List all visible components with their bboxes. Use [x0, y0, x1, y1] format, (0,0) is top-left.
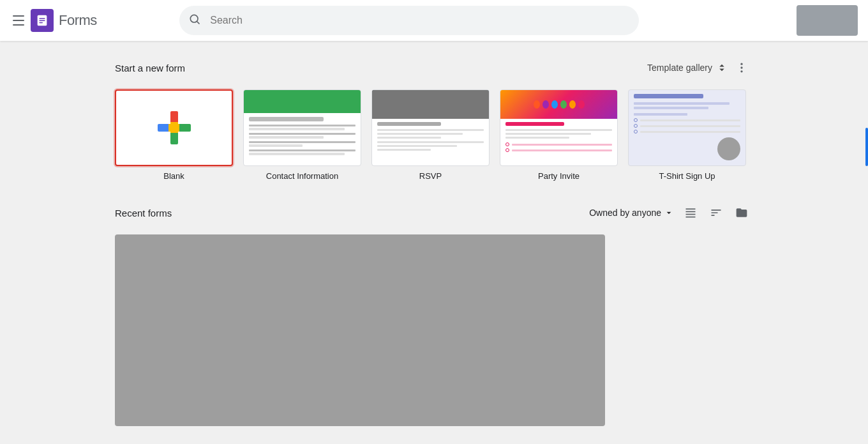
tshirt-radio-circle-2 [634, 124, 638, 128]
party-header-img [500, 90, 617, 119]
tshirt-subtitle-1 [634, 102, 730, 105]
svg-point-8 [740, 70, 742, 72]
more-vert-icon [735, 61, 748, 74]
forms-icon [35, 13, 49, 27]
recent-header: Recent forms Owned by anyone [115, 201, 753, 224]
main-content: Start a new form Template gallery [0, 41, 868, 444]
tshirt-title [634, 94, 703, 98]
svg-rect-10 [686, 211, 696, 213]
recent-section: Recent forms Owned by anyone [115, 201, 753, 426]
tshirt-avatar [717, 137, 740, 160]
contact-field-4 [249, 153, 345, 155]
template-label-rsvp: RSVP [419, 171, 442, 181]
tshirt-radio-circle-3 [634, 130, 638, 134]
svg-rect-12 [686, 217, 696, 218]
owned-by-button[interactable]: Owned by anyone [589, 208, 674, 218]
template-gallery-label: Template gallery [647, 63, 712, 73]
template-label-blank: Blank [163, 171, 184, 181]
balloon-5 [569, 100, 576, 109]
contact-field-3 [249, 144, 303, 147]
templates-section: Start a new form Template gallery [115, 56, 753, 181]
party-radio-line-2 [512, 149, 612, 151]
sort-icon [710, 206, 722, 219]
tshirt-radio-circle-1 [634, 118, 638, 122]
rsvp-body [372, 119, 489, 156]
folder-button[interactable] [730, 201, 753, 224]
scrollbar-accent [865, 128, 868, 166]
header: Forms [0, 0, 868, 41]
tshirt-subtitle-2 [634, 107, 708, 109]
contact-title-line [249, 117, 324, 121]
search-bar [179, 6, 639, 35]
tshirt-radio-line-3 [640, 131, 740, 133]
template-thumb-tshirt [628, 89, 746, 166]
header-left: Forms [10, 9, 97, 32]
hamburger-menu-icon[interactable] [10, 13, 26, 28]
template-label-tshirt: T-Shirt Sign Up [659, 171, 715, 181]
balloon-2 [542, 100, 549, 109]
template-card-blank[interactable]: Blank [115, 89, 233, 181]
section-title: Start a new form [115, 63, 185, 73]
app-name: Forms [59, 12, 97, 29]
dropdown-arrow-icon [664, 208, 674, 218]
template-thumb-blank [115, 89, 233, 166]
owned-by-label: Owned by anyone [589, 208, 661, 218]
recent-section-title: Recent forms [115, 208, 172, 218]
party-radio-circle-1 [505, 142, 509, 146]
template-card-rsvp[interactable]: RSVP [371, 89, 490, 181]
templates-grid: Blank [115, 89, 753, 181]
template-label-contact: Contact Information [266, 171, 338, 181]
svg-rect-11 [686, 214, 696, 215]
template-card-contact[interactable]: Contact Information [243, 89, 361, 181]
template-thumb-rsvp [371, 89, 490, 166]
template-gallery-controls: Template gallery [647, 56, 753, 79]
tshirt-radio-line-1 [640, 119, 740, 121]
search-input[interactable] [179, 6, 639, 35]
party-radio-1 [505, 142, 612, 146]
party-radio-line-1 [512, 144, 612, 146]
recent-forms-placeholder [115, 234, 605, 426]
view-toggle [679, 201, 753, 224]
contact-field-label-4 [249, 149, 355, 151]
party-line-1 [505, 129, 612, 131]
party-radio-circle-2 [505, 148, 509, 152]
template-gallery-button[interactable]: Template gallery [647, 62, 728, 73]
more-options-button[interactable] [730, 56, 753, 79]
template-thumb-contact [243, 89, 361, 166]
contact-field-label-1 [249, 125, 355, 126]
rsvp-header-img [372, 90, 489, 119]
search-icon [188, 13, 201, 28]
rsvp-line-3 [377, 137, 441, 139]
contact-field-2 [249, 136, 324, 139]
rsvp-line-4 [377, 141, 484, 143]
balloon-3 [551, 100, 558, 109]
tshirt-radio-3 [634, 130, 740, 134]
template-label-party: Party Invite [538, 171, 580, 181]
contact-field-label-2 [249, 133, 355, 135]
balloon-6 [578, 100, 585, 109]
list-view-icon [684, 206, 697, 219]
svg-point-4 [191, 15, 198, 22]
party-line-2 [505, 133, 591, 135]
party-radio-2 [505, 148, 612, 152]
folder-icon [735, 206, 748, 219]
rsvp-line-2 [377, 133, 463, 135]
svg-point-6 [740, 63, 742, 65]
contact-header-bar [244, 90, 361, 113]
svg-line-5 [197, 22, 200, 24]
rsvp-line-5 [377, 145, 457, 147]
party-title [505, 122, 564, 126]
svg-point-7 [740, 66, 742, 68]
template-card-tshirt[interactable]: T-Shirt Sign Up [628, 89, 746, 181]
contact-body [244, 113, 361, 165]
tshirt-radio-2 [634, 124, 740, 128]
contact-field-label-3 [249, 141, 355, 143]
app-icon [31, 9, 54, 32]
svg-rect-2 [39, 20, 45, 21]
party-line-3 [505, 137, 569, 139]
template-card-party[interactable]: Party Invite [500, 89, 618, 181]
list-view-button[interactable] [679, 201, 702, 224]
tshirt-radio-line-2 [640, 125, 740, 127]
sort-button[interactable] [705, 201, 728, 224]
contact-field-1 [249, 128, 345, 130]
